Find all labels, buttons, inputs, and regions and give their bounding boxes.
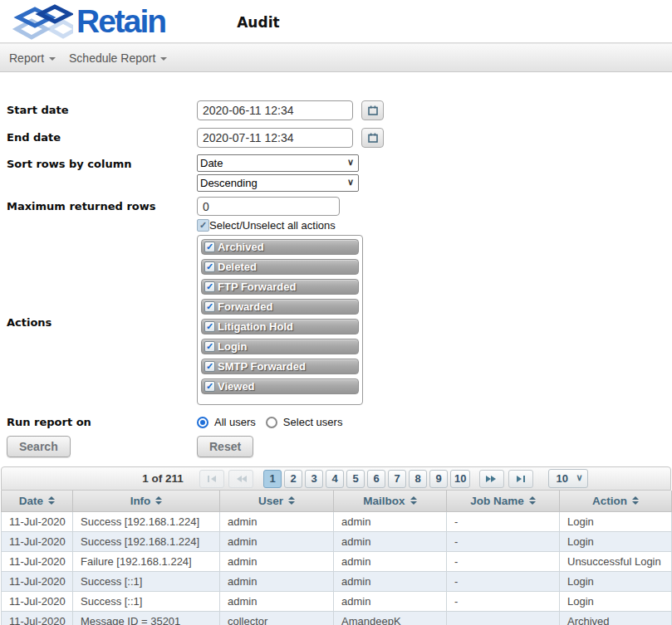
checkbox-checked-icon[interactable]: ✓ [204,261,215,272]
action-item[interactable]: ✓ Login [201,339,359,354]
radio-all-users-label: All users [214,416,256,428]
pagination-bar: 1 of 211 1 2 3 4 5 6 7 8 9 10 [1,466,671,491]
logo-text: Retain [76,5,165,37]
action-item[interactable]: ✓ Viewed [201,378,359,394]
action-item-label: FTP Forwarded [218,281,296,293]
table-cell: admin [334,511,447,531]
end-date-calendar-button[interactable] [361,128,384,148]
sort-icon [48,496,55,505]
audit-table: DateInfoUserMailboxJob NameAction 11-Jul… [1,491,672,625]
chevron-down-icon [160,57,167,61]
retain-logo-icon [12,3,73,40]
table-cell: Success [::1] [73,591,220,611]
table-cell: admin [220,591,334,611]
radio-all-users[interactable] [197,417,208,428]
page-number-button[interactable]: 2 [284,470,302,488]
page-size-select[interactable]: 10 [548,469,588,488]
action-item-label: Deleted [218,261,257,273]
action-item[interactable]: ✓ Deleted [201,259,359,275]
start-date-input[interactable] [197,100,353,120]
checkbox-checked-icon[interactable]: ✓ [204,361,215,372]
page-number-button[interactable]: 3 [305,470,323,488]
select-all-label: Select/Unselect all actions [209,219,336,232]
calendar-icon [368,133,378,143]
buttons-row: Search Reset [0,436,672,457]
action-item[interactable]: ✓ Forwarded [201,299,359,315]
checkbox-checked-icon[interactable]: ✓ [204,321,215,332]
table-cell: Success [::1] [73,571,220,591]
checkbox-checked-icon[interactable]: ✓ [204,301,215,312]
sort-label: Sort rows by column [0,154,197,170]
column-header-user[interactable]: User [220,491,334,511]
column-header-info[interactable]: Info [73,491,220,511]
table-cell: admin [220,531,334,551]
sort-icon [632,496,639,505]
page-number-button[interactable]: 5 [346,470,365,488]
table-cell: AmandeepK [334,611,447,625]
table-cell: admin [220,571,334,591]
action-item[interactable]: ✓ FTP Forwarded [201,279,359,295]
page-number-button[interactable]: 6 [367,470,385,488]
menu-schedule-report-label: Schedule Report [69,51,155,65]
start-date-calendar-button[interactable] [361,100,384,120]
page-number-button[interactable]: 1 [263,470,282,488]
checkbox-checked-icon[interactable]: ✓ [204,242,215,252]
page-number-button[interactable]: 8 [409,470,427,488]
action-item[interactable]: ✓ Archived [201,239,359,255]
checkbox-checked-icon[interactable]: ✓ [204,341,215,352]
select-all-checkbox[interactable]: ✓ [197,219,209,232]
next-page-button[interactable] [479,470,504,488]
column-header-mailbox[interactable]: Mailbox [334,491,447,511]
first-page-button[interactable] [199,470,224,488]
action-item-label: Archived [218,241,264,253]
table-cell: admin [334,551,447,571]
search-button[interactable]: Search [7,436,71,457]
table-cell: Failure [192.168.1.224] [73,551,220,571]
checkbox-checked-icon[interactable]: ✓ [204,381,215,392]
last-page-button[interactable] [508,470,533,488]
menu-report[interactable]: Report [9,51,56,65]
menu-schedule-report[interactable]: Schedule Report [69,51,167,65]
page-number-button[interactable]: 9 [429,470,448,488]
table-cell: - [447,511,560,531]
page-number-button[interactable]: 10 [450,470,470,488]
sort-direction-select[interactable]: Descending [197,174,359,192]
run-report-row: Run report on All users Select users [0,414,672,428]
table-cell: admin [334,531,447,551]
table-cell: - [447,591,560,611]
table-cell: admin [334,591,447,611]
reset-button[interactable]: Reset [197,436,253,457]
last-page-icon [515,475,527,483]
sort-column-select[interactable]: Date [197,154,359,172]
action-item[interactable]: ✓ SMTP Forwarded [201,359,359,374]
table-cell: collector [220,611,334,625]
max-rows-input[interactable] [197,197,340,216]
column-header-job-name[interactable]: Job Name [447,491,560,511]
sort-direction-row: Descending ∨ [0,174,672,192]
menu-bar: Report Schedule Report [0,43,672,72]
action-item-label: Litigation Hold [218,320,293,333]
previous-page-button[interactable] [228,470,253,488]
column-header-action[interactable]: Action [560,491,672,511]
column-header-date[interactable]: Date [2,491,73,511]
chevron-down-icon [49,57,56,61]
report-form: Start date End date Sort rows by column … [0,72,672,457]
table-cell: 11-Jul-2020 [2,531,73,551]
page-number-button[interactable]: 7 [388,470,406,488]
table-cell: 11-Jul-2020 [2,611,73,625]
checkbox-checked-icon[interactable]: ✓ [204,281,215,292]
table-cell: Success [192.168.1.224] [73,531,220,551]
table-cell: Login [560,571,672,591]
radio-select-users[interactable] [266,417,277,428]
action-item[interactable]: ✓ Litigation Hold [201,319,359,334]
table-cell: Unsuccessful Login [560,551,672,571]
table-cell: 11-Jul-2020 [2,591,73,611]
sort-icon [288,496,295,505]
actions-list: ✓ Archived ✓ Deleted ✓ FTP Forwarded ✓ F… [197,235,363,405]
run-report-label: Run report on [0,416,197,428]
page-number-button[interactable]: 4 [326,470,344,488]
table-cell: Archived [560,611,672,625]
next-page-icon [486,475,498,483]
end-date-input[interactable] [197,128,353,148]
action-item-label: SMTP Forwarded [218,360,306,373]
